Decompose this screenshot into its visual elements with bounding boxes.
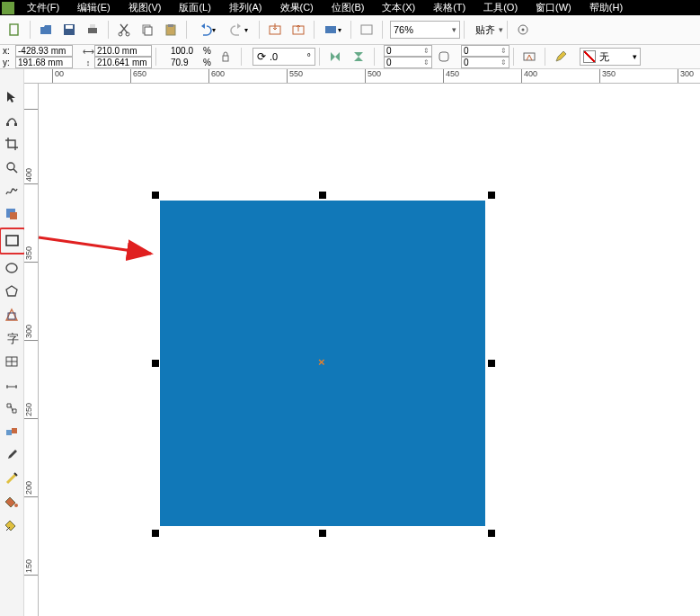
outline-width-label: 无 xyxy=(599,50,609,64)
svg-rect-21 xyxy=(14,123,17,126)
menu-text[interactable]: 文本(X) xyxy=(373,1,424,14)
scale-x-value: 100.0 xyxy=(169,46,201,56)
redo-button[interactable]: ▾ xyxy=(224,19,254,40)
menu-effects[interactable]: 效果(C) xyxy=(271,1,323,14)
dimension-tool[interactable] xyxy=(2,375,22,395)
cut-button[interactable] xyxy=(113,19,135,40)
menu-edit[interactable]: 编辑(E) xyxy=(68,1,120,14)
handle-tm[interactable] xyxy=(319,192,326,199)
polygon-tool[interactable] xyxy=(2,281,22,301)
menu-arrange[interactable]: 排列(A) xyxy=(220,1,271,14)
export-button[interactable] xyxy=(288,19,309,40)
eyedropper-tool[interactable] xyxy=(2,445,22,465)
table-tool[interactable] xyxy=(2,352,22,371)
print-button[interactable] xyxy=(82,19,103,40)
svg-rect-20 xyxy=(6,123,9,126)
handle-mr[interactable] xyxy=(488,360,495,367)
app-icon xyxy=(2,2,14,14)
rotation-input[interactable]: .0 xyxy=(253,48,315,66)
snap-label: 贴齐 xyxy=(475,23,495,37)
svg-rect-18 xyxy=(439,52,448,61)
corner-tr-input[interactable]: 0 xyxy=(461,45,509,57)
rotation-value: .0 xyxy=(270,51,278,62)
svg-rect-24 xyxy=(10,212,17,219)
y-input[interactable] xyxy=(15,57,73,68)
menu-layout[interactable]: 版面(L) xyxy=(170,1,219,14)
corner-br-input[interactable]: 0 xyxy=(461,57,509,68)
smart-fill-tool[interactable] xyxy=(2,204,22,224)
zoom-combo[interactable]: 76% xyxy=(390,21,460,39)
canvas[interactable]: × xyxy=(39,84,700,616)
x-input[interactable] xyxy=(15,45,73,57)
handle-tl[interactable] xyxy=(152,192,159,199)
standard-toolbar: ▾ ▾ ▾ 76% 贴齐 xyxy=(0,15,700,45)
handle-ml[interactable] xyxy=(152,360,159,367)
height-icon: ↕ xyxy=(82,58,94,67)
toolbox: 字 xyxy=(0,69,24,616)
menu-bitmaps[interactable]: 位图(B) xyxy=(323,1,374,14)
svg-rect-17 xyxy=(223,56,228,61)
snap-combo[interactable]: 贴齐 xyxy=(475,23,503,37)
basic-shapes-tool[interactable] xyxy=(2,305,22,325)
menu-help[interactable]: 帮助(H) xyxy=(580,1,632,14)
open-button[interactable] xyxy=(35,19,57,40)
paste-button[interactable] xyxy=(160,19,182,40)
ellipse-tool[interactable] xyxy=(2,258,22,278)
svg-rect-30 xyxy=(6,430,12,435)
corner-tl-input[interactable]: 0 xyxy=(384,45,432,57)
menu-bar: 文件(F) 编辑(E) 视图(V) 版面(L) 排列(A) 效果(C) 位图(B… xyxy=(0,0,700,15)
menu-table[interactable]: 表格(T) xyxy=(424,1,474,14)
svg-point-26 xyxy=(6,263,17,272)
outline-tool[interactable] xyxy=(2,469,22,488)
zoom-tool[interactable] xyxy=(2,157,22,177)
shape-tool[interactable] xyxy=(2,111,22,130)
crop-tool[interactable] xyxy=(2,134,22,154)
svg-rect-8 xyxy=(145,27,152,35)
mirror-v-button[interactable] xyxy=(348,46,369,67)
height-input[interactable] xyxy=(94,57,152,68)
menu-tools[interactable]: 工具(O) xyxy=(474,1,527,14)
menu-file[interactable]: 文件(F) xyxy=(18,1,68,14)
copy-button[interactable] xyxy=(137,19,158,40)
new-button[interactable] xyxy=(4,19,25,40)
blend-tool[interactable] xyxy=(2,422,22,442)
rectangle-tool[interactable] xyxy=(0,228,26,254)
undo-button[interactable]: ▾ xyxy=(191,19,222,40)
center-marker: × xyxy=(318,355,325,369)
text-tool[interactable]: 字 xyxy=(2,328,22,348)
svg-rect-2 xyxy=(66,25,73,29)
property-bar: x: y: ⟷ ↕ 100.0% 70.9% .0 0 0 0 0 无 xyxy=(0,45,700,69)
fill-tool[interactable] xyxy=(2,492,22,512)
import-button[interactable] xyxy=(264,19,286,40)
handle-tr[interactable] xyxy=(488,192,495,199)
save-button[interactable] xyxy=(58,19,80,40)
menu-view[interactable]: 视图(V) xyxy=(120,1,171,14)
svg-point-16 xyxy=(522,29,525,31)
svg-point-22 xyxy=(7,163,14,170)
svg-rect-25 xyxy=(6,236,18,246)
outline-width-combo[interactable]: 无 xyxy=(580,48,641,66)
connector-tool[interactable] xyxy=(2,398,22,418)
mirror-h-button[interactable] xyxy=(324,46,346,67)
menu-window[interactable]: 窗口(W) xyxy=(527,1,580,14)
handle-bm[interactable] xyxy=(319,530,326,537)
svg-rect-31 xyxy=(12,428,17,433)
corner-bl-input[interactable]: 0 xyxy=(384,57,432,68)
options-button[interactable] xyxy=(512,19,534,40)
horizontal-ruler: 00650600550500450400350300 xyxy=(24,69,700,84)
lock-ratio-button[interactable] xyxy=(215,46,236,67)
corner-type-button[interactable] xyxy=(433,46,455,67)
handle-br[interactable] xyxy=(488,530,495,537)
pick-tool[interactable] xyxy=(2,87,22,107)
width-input[interactable] xyxy=(94,45,152,57)
welcome-button[interactable] xyxy=(356,19,377,40)
app-launcher-button[interactable]: ▾ xyxy=(319,19,346,40)
to-curves-button[interactable] xyxy=(518,46,540,67)
freehand-tool[interactable] xyxy=(2,181,22,201)
svg-rect-14 xyxy=(361,25,372,34)
svg-rect-3 xyxy=(88,28,97,33)
handle-bl[interactable] xyxy=(152,530,159,537)
interactive-fill-tool[interactable] xyxy=(2,515,22,535)
outline-pen-icon[interactable] xyxy=(550,46,572,67)
svg-rect-0 xyxy=(10,24,18,35)
